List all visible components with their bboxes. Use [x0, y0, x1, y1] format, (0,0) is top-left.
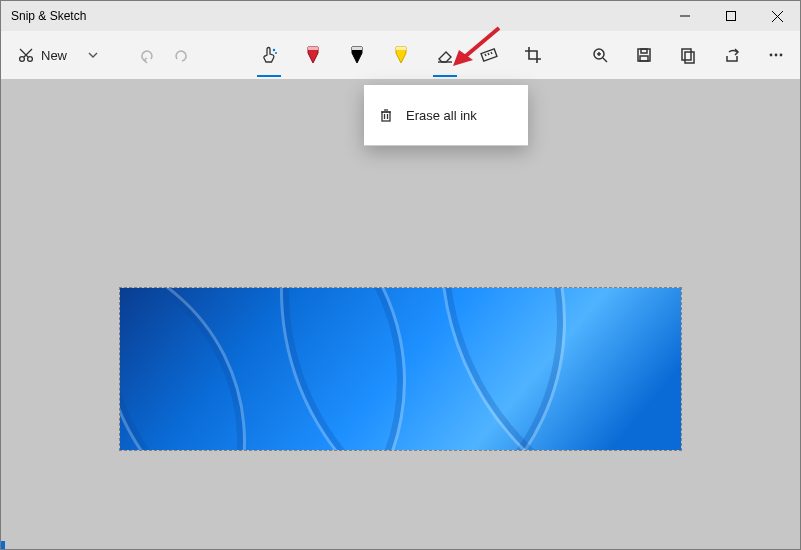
ballpoint-pen-icon [304, 45, 322, 65]
more-button[interactable] [762, 38, 790, 72]
pencil-button[interactable] [343, 38, 371, 72]
maximize-icon [726, 11, 736, 21]
new-snip-button[interactable]: New [11, 42, 73, 68]
touch-writing-button[interactable] [255, 38, 283, 72]
crop-button[interactable] [519, 38, 547, 72]
snip-image [120, 288, 681, 450]
title-bar: Snip & Sketch [1, 1, 800, 31]
window-controls [662, 1, 800, 31]
canvas-area[interactable] [1, 79, 800, 549]
new-label: New [41, 48, 67, 63]
svg-point-4 [20, 57, 25, 62]
share-button[interactable] [718, 38, 746, 72]
eraser-icon [435, 45, 455, 65]
crop-icon [523, 45, 543, 65]
redo-button[interactable] [167, 38, 195, 72]
svg-point-6 [272, 49, 274, 51]
pencil-icon [348, 45, 366, 65]
svg-rect-24 [685, 52, 694, 63]
minimize-button[interactable] [662, 1, 708, 31]
highlighter-button[interactable] [387, 38, 415, 72]
ballpoint-pen-button[interactable] [299, 38, 327, 72]
chevron-down-icon [87, 49, 99, 61]
ruler-icon [479, 45, 499, 65]
touch-icon [259, 45, 279, 65]
svg-rect-10 [396, 47, 406, 50]
zoom-icon [591, 46, 609, 64]
copy-icon [679, 46, 697, 64]
svg-point-7 [275, 52, 277, 54]
undo-icon [138, 46, 156, 64]
wallpaper-graphic [120, 288, 681, 450]
save-button[interactable] [630, 38, 658, 72]
redo-icon [172, 46, 190, 64]
app-window: Snip & Sketch New [0, 0, 801, 550]
svg-rect-23 [682, 49, 691, 60]
more-icon [767, 46, 785, 64]
svg-rect-8 [308, 47, 318, 50]
svg-rect-28 [382, 112, 390, 121]
close-button[interactable] [754, 1, 800, 31]
save-icon [635, 46, 653, 64]
svg-line-15 [491, 52, 492, 54]
toolbar-left: New [11, 38, 195, 72]
trash-icon [378, 107, 394, 123]
svg-line-17 [603, 58, 607, 62]
maximize-button[interactable] [708, 1, 754, 31]
copy-button[interactable] [674, 38, 702, 72]
svg-point-27 [780, 54, 783, 57]
highlighter-icon [392, 45, 410, 65]
eraser-button[interactable] [431, 38, 459, 72]
svg-line-14 [488, 53, 489, 55]
svg-point-25 [770, 54, 773, 57]
new-dropdown-button[interactable] [79, 38, 107, 72]
erase-all-ink-item[interactable]: Erase all ink [406, 108, 477, 123]
svg-rect-22 [640, 56, 648, 61]
undo-button[interactable] [133, 38, 161, 72]
zoom-button[interactable] [586, 38, 614, 72]
eraser-context-menu: Erase all ink [364, 85, 528, 146]
svg-rect-21 [641, 49, 647, 53]
selection-indicator [1, 541, 5, 549]
svg-rect-9 [352, 47, 362, 50]
share-icon [723, 46, 741, 64]
ruler-button[interactable] [475, 38, 503, 72]
app-title: Snip & Sketch [11, 9, 86, 23]
scissors-icon [17, 46, 35, 64]
toolbar-right [586, 38, 790, 72]
minimize-icon [680, 11, 690, 21]
svg-point-26 [775, 54, 778, 57]
svg-rect-1 [727, 12, 736, 21]
svg-point-5 [28, 57, 33, 62]
toolbar: New [1, 31, 800, 80]
toolbar-center [255, 38, 547, 72]
close-icon [772, 11, 783, 22]
svg-line-13 [485, 54, 486, 56]
